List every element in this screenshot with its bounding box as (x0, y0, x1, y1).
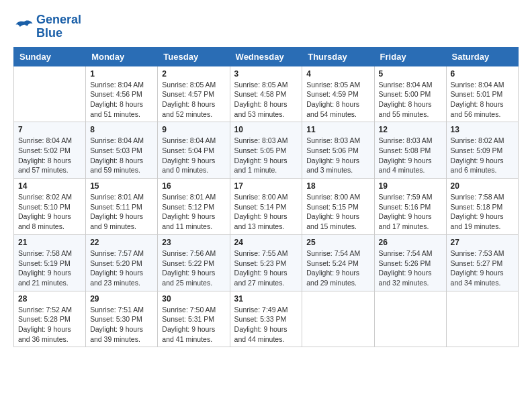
day-number: 16 (162, 181, 225, 191)
day-number: 10 (234, 125, 298, 134)
day-number: 28 (18, 294, 81, 304)
calendar-week-row: 1Sunrise: 8:04 AM Sunset: 4:56 PM Daylig… (14, 66, 519, 122)
day-number: 6 (451, 69, 514, 79)
day-number: 17 (234, 181, 298, 191)
day-number: 23 (162, 238, 225, 247)
day-info: Sunrise: 8:01 AM Sunset: 5:12 PM Dayligh… (162, 192, 225, 232)
calendar-cell: 18Sunrise: 8:00 AM Sunset: 5:15 PM Dayli… (302, 179, 374, 235)
weekday-header-sunday: Sunday (14, 47, 86, 66)
day-number: 26 (379, 238, 442, 247)
calendar-cell: 13Sunrise: 8:02 AM Sunset: 5:09 PM Dayli… (446, 122, 518, 179)
calendar-cell: 23Sunrise: 7:56 AM Sunset: 5:22 PM Dayli… (158, 234, 230, 291)
calendar-cell: 26Sunrise: 7:54 AM Sunset: 5:26 PM Dayli… (374, 234, 446, 291)
day-number: 22 (90, 238, 153, 247)
calendar-cell: 27Sunrise: 7:53 AM Sunset: 5:27 PM Dayli… (446, 234, 518, 291)
day-number: 14 (18, 181, 81, 191)
calendar-cell: 5Sunrise: 8:04 AM Sunset: 5:00 PM Daylig… (374, 66, 446, 122)
day-number: 25 (306, 238, 369, 247)
calendar-cell: 4Sunrise: 8:05 AM Sunset: 4:59 PM Daylig… (302, 66, 374, 122)
day-info: Sunrise: 8:05 AM Sunset: 4:57 PM Dayligh… (162, 80, 225, 120)
day-info: Sunrise: 8:04 AM Sunset: 5:00 PM Dayligh… (379, 80, 442, 120)
calendar-cell: 20Sunrise: 7:58 AM Sunset: 5:18 PM Dayli… (446, 179, 518, 235)
weekday-header-friday: Friday (374, 47, 446, 66)
weekday-header-saturday: Saturday (446, 47, 518, 66)
day-info: Sunrise: 8:00 AM Sunset: 5:14 PM Dayligh… (234, 192, 298, 232)
day-info: Sunrise: 7:58 AM Sunset: 5:18 PM Dayligh… (451, 192, 514, 232)
day-number: 31 (234, 294, 298, 304)
logo-text: General Blue (36, 13, 81, 40)
calendar-cell: 24Sunrise: 7:55 AM Sunset: 5:23 PM Dayli… (230, 234, 302, 291)
logo-bird-icon (15, 19, 34, 34)
day-number: 2 (162, 69, 225, 79)
calendar-cell: 31Sunrise: 7:49 AM Sunset: 5:33 PM Dayli… (230, 291, 302, 347)
calendar-cell: 10Sunrise: 8:03 AM Sunset: 5:05 PM Dayli… (230, 122, 302, 179)
weekday-header-monday: Monday (86, 47, 158, 66)
day-info: Sunrise: 7:54 AM Sunset: 5:26 PM Dayligh… (379, 248, 442, 288)
day-info: Sunrise: 8:03 AM Sunset: 5:05 PM Dayligh… (234, 136, 298, 175)
calendar-cell: 9Sunrise: 8:04 AM Sunset: 5:04 PM Daylig… (158, 122, 230, 179)
day-info: Sunrise: 8:02 AM Sunset: 5:10 PM Dayligh… (18, 192, 81, 232)
day-info: Sunrise: 8:04 AM Sunset: 5:03 PM Dayligh… (90, 136, 153, 175)
day-info: Sunrise: 7:56 AM Sunset: 5:22 PM Dayligh… (162, 248, 225, 288)
day-number: 30 (162, 294, 225, 304)
day-info: Sunrise: 7:52 AM Sunset: 5:28 PM Dayligh… (18, 305, 81, 345)
day-info: Sunrise: 8:04 AM Sunset: 5:02 PM Dayligh… (18, 136, 81, 175)
calendar-week-row: 28Sunrise: 7:52 AM Sunset: 5:28 PM Dayli… (14, 291, 519, 347)
day-number: 4 (306, 69, 369, 79)
day-number: 27 (451, 238, 514, 247)
calendar-cell: 21Sunrise: 7:58 AM Sunset: 5:19 PM Dayli… (14, 234, 86, 291)
calendar-cell: 7Sunrise: 8:04 AM Sunset: 5:02 PM Daylig… (14, 122, 86, 179)
calendar-cell: 3Sunrise: 8:05 AM Sunset: 4:58 PM Daylig… (230, 66, 302, 122)
day-info: Sunrise: 7:51 AM Sunset: 5:30 PM Dayligh… (90, 305, 153, 345)
calendar-cell: 16Sunrise: 8:01 AM Sunset: 5:12 PM Dayli… (158, 179, 230, 235)
day-info: Sunrise: 8:03 AM Sunset: 5:06 PM Dayligh… (306, 136, 369, 175)
calendar-week-row: 21Sunrise: 7:58 AM Sunset: 5:19 PM Dayli… (14, 234, 519, 291)
day-info: Sunrise: 8:03 AM Sunset: 5:08 PM Dayligh… (379, 136, 442, 175)
calendar-cell: 19Sunrise: 7:59 AM Sunset: 5:16 PM Dayli… (374, 179, 446, 235)
day-number: 29 (90, 294, 153, 304)
day-info: Sunrise: 8:05 AM Sunset: 4:59 PM Dayligh… (306, 80, 369, 120)
day-info: Sunrise: 7:49 AM Sunset: 5:33 PM Dayligh… (234, 305, 298, 345)
calendar-cell (14, 66, 86, 122)
calendar-cell: 15Sunrise: 8:01 AM Sunset: 5:11 PM Dayli… (86, 179, 158, 235)
logo: General Blue (13, 13, 81, 40)
calendar-week-row: 14Sunrise: 8:02 AM Sunset: 5:10 PM Dayli… (14, 179, 519, 235)
day-info: Sunrise: 7:54 AM Sunset: 5:24 PM Dayligh… (306, 248, 369, 288)
calendar-cell (446, 291, 518, 347)
calendar-cell: 12Sunrise: 8:03 AM Sunset: 5:08 PM Dayli… (374, 122, 446, 179)
day-info: Sunrise: 8:04 AM Sunset: 5:04 PM Dayligh… (162, 136, 225, 175)
day-number: 5 (379, 69, 442, 79)
day-info: Sunrise: 7:53 AM Sunset: 5:27 PM Dayligh… (451, 248, 514, 288)
day-info: Sunrise: 7:59 AM Sunset: 5:16 PM Dayligh… (379, 192, 442, 232)
weekday-header-tuesday: Tuesday (158, 47, 230, 66)
calendar-cell: 30Sunrise: 7:50 AM Sunset: 5:31 PM Dayli… (158, 291, 230, 347)
weekday-header-row: SundayMondayTuesdayWednesdayThursdayFrid… (14, 47, 519, 66)
day-number: 18 (306, 181, 369, 191)
day-number: 13 (451, 125, 514, 134)
day-info: Sunrise: 7:58 AM Sunset: 5:19 PM Dayligh… (18, 248, 81, 288)
day-number: 11 (306, 125, 369, 134)
calendar-cell: 29Sunrise: 7:51 AM Sunset: 5:30 PM Dayli… (86, 291, 158, 347)
day-info: Sunrise: 8:05 AM Sunset: 4:58 PM Dayligh… (234, 80, 298, 120)
day-info: Sunrise: 8:04 AM Sunset: 5:01 PM Dayligh… (451, 80, 514, 120)
day-info: Sunrise: 8:01 AM Sunset: 5:11 PM Dayligh… (90, 192, 153, 232)
calendar-cell: 22Sunrise: 7:57 AM Sunset: 5:20 PM Dayli… (86, 234, 158, 291)
calendar-cell (302, 291, 374, 347)
day-number: 12 (379, 125, 442, 134)
day-number: 21 (18, 238, 81, 247)
day-number: 7 (18, 125, 81, 134)
calendar-cell: 28Sunrise: 7:52 AM Sunset: 5:28 PM Dayli… (14, 291, 86, 347)
day-info: Sunrise: 8:04 AM Sunset: 4:56 PM Dayligh… (90, 80, 153, 120)
day-info: Sunrise: 7:50 AM Sunset: 5:31 PM Dayligh… (162, 305, 225, 345)
calendar-cell: 17Sunrise: 8:00 AM Sunset: 5:14 PM Dayli… (230, 179, 302, 235)
day-info: Sunrise: 8:00 AM Sunset: 5:15 PM Dayligh… (306, 192, 369, 232)
calendar-cell: 14Sunrise: 8:02 AM Sunset: 5:10 PM Dayli… (14, 179, 86, 235)
weekday-header-wednesday: Wednesday (230, 47, 302, 66)
calendar-cell: 25Sunrise: 7:54 AM Sunset: 5:24 PM Dayli… (302, 234, 374, 291)
calendar-cell (374, 291, 446, 347)
day-info: Sunrise: 7:55 AM Sunset: 5:23 PM Dayligh… (234, 248, 298, 288)
day-number: 24 (234, 238, 298, 247)
calendar-cell: 6Sunrise: 8:04 AM Sunset: 5:01 PM Daylig… (446, 66, 518, 122)
day-number: 8 (90, 125, 153, 134)
page-header: General Blue (13, 13, 519, 40)
